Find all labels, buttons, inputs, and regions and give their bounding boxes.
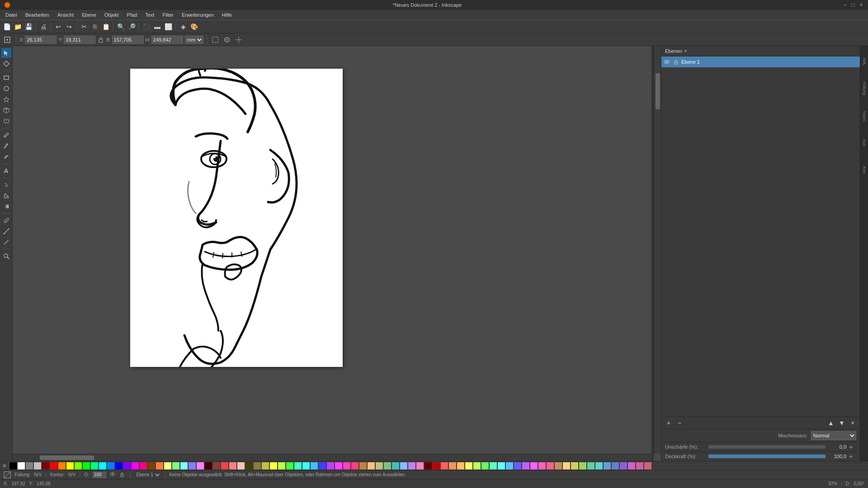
palette-color-71[interactable]	[587, 462, 594, 469]
align-center-button[interactable]: ▬	[152, 22, 162, 32]
palette-color-39[interactable]	[327, 462, 334, 469]
menu-ansicht[interactable]: Ansicht	[54, 11, 77, 19]
opacity-slider[interactable]	[708, 455, 826, 458]
fill-tool[interactable]	[1, 191, 11, 201]
palette-color-25[interactable]	[213, 462, 220, 469]
palette-color-28[interactable]	[237, 462, 245, 469]
palette-color-16[interactable]	[140, 462, 147, 469]
palette-color-8[interactable]	[75, 462, 82, 469]
open-button[interactable]: 📁	[13, 22, 23, 32]
palette-color-22[interactable]	[189, 462, 196, 469]
palette-color-46[interactable]	[384, 462, 391, 469]
palette-color-47[interactable]	[392, 462, 399, 469]
palette-color-76[interactable]	[628, 462, 635, 469]
palette-color-63[interactable]	[522, 462, 529, 469]
palette-color-41[interactable]	[343, 462, 350, 469]
palette-color-14[interactable]	[123, 462, 131, 469]
align-right-button[interactable]: ⬜	[163, 22, 173, 32]
palette-color-35[interactable]	[294, 462, 302, 469]
minimize-button[interactable]: −	[842, 2, 848, 8]
palette-color-55[interactable]	[457, 462, 464, 469]
palette-color-0[interactable]	[9, 462, 17, 469]
vertical-scroll-thumb[interactable]	[656, 73, 660, 109]
palette-color-18[interactable]	[156, 462, 163, 469]
add-layer-button[interactable]: +	[664, 418, 673, 427]
zoom-in-button[interactable]: 🔍	[116, 22, 126, 32]
measure-tool[interactable]	[1, 237, 11, 247]
zoom-out-button[interactable]: 🔎	[127, 22, 137, 32]
palette-color-31[interactable]	[262, 462, 269, 469]
vtab-fill[interactable]: Füllung	[861, 75, 868, 102]
palette-color-20[interactable]	[172, 462, 179, 469]
palette-color-56[interactable]	[465, 462, 472, 469]
palette-color-29[interactable]	[245, 462, 253, 469]
opacity-status-input[interactable]	[93, 472, 106, 478]
text-tool[interactable]: A	[1, 166, 11, 176]
palette-color-21[interactable]	[180, 462, 188, 469]
palette-color-54[interactable]	[449, 462, 456, 469]
palette-color-53[interactable]	[441, 462, 448, 469]
palette-color-5[interactable]	[50, 462, 57, 469]
vtab-align[interactable]: Aus	[861, 129, 868, 156]
palette-color-2[interactable]	[26, 462, 33, 469]
palette-color-67[interactable]	[555, 462, 562, 469]
vertical-scrollbar[interactable]	[654, 46, 661, 454]
3dbox-tool[interactable]	[1, 105, 11, 115]
palette-color-38[interactable]	[319, 462, 326, 469]
redo-button[interactable]: ↪	[64, 22, 74, 32]
palette-color-27[interactable]	[229, 462, 236, 469]
close-button[interactable]: ×	[858, 2, 864, 8]
palette-color-15[interactable]	[132, 462, 139, 469]
palette-color-51[interactable]	[425, 462, 432, 469]
palette-color-40[interactable]	[335, 462, 342, 469]
copy-button[interactable]: ⎘	[90, 22, 100, 32]
palette-color-34[interactable]	[286, 462, 293, 469]
circle-tool[interactable]	[1, 84, 11, 94]
palette-color-3[interactable]	[34, 462, 41, 469]
palette-color-43[interactable]	[359, 462, 367, 469]
node-tool[interactable]	[1, 59, 11, 69]
palette-color-17[interactable]	[148, 462, 155, 469]
restore-button[interactable]: □	[850, 2, 856, 8]
palette-color-11[interactable]	[99, 462, 106, 469]
palette-color-24[interactable]	[205, 462, 212, 469]
palette-color-37[interactable]	[311, 462, 318, 469]
calligraphy-tool[interactable]	[1, 152, 11, 162]
palette-color-77[interactable]	[636, 462, 643, 469]
layer-up-button[interactable]: ▲	[826, 418, 835, 427]
palette-color-32[interactable]	[270, 462, 277, 469]
palette-color-62[interactable]	[514, 462, 521, 469]
fill-stroke-button[interactable]: 🎨	[189, 22, 199, 32]
vtab-transform[interactable]: Trans	[861, 102, 868, 129]
palette-color-36[interactable]	[302, 462, 310, 469]
select-tool[interactable]	[1, 48, 11, 58]
pen-tool[interactable]	[1, 141, 11, 151]
layer-select[interactable]: Ebene 1	[135, 471, 161, 479]
palette-color-61[interactable]	[506, 462, 513, 469]
blend-mode-select[interactable]: Normal Multiplizieren Bildschirm Abdunke…	[811, 431, 856, 440]
layer-visibility-icon[interactable]	[663, 58, 670, 66]
palette-color-60[interactable]	[498, 462, 505, 469]
palette-color-48[interactable]	[400, 462, 407, 469]
palette-color-6[interactable]	[58, 462, 66, 469]
palette-color-75[interactable]	[620, 462, 627, 469]
palette-color-52[interactable]	[433, 462, 440, 469]
palette-color-59[interactable]	[490, 462, 497, 469]
layer-lock-icon[interactable]	[672, 58, 679, 66]
gradient-tool[interactable]	[1, 202, 11, 211]
no-fill-button[interactable]: ✕	[0, 461, 9, 470]
zoom-tool[interactable]	[1, 251, 11, 261]
vtab-xml[interactable]: XML	[861, 48, 868, 75]
menu-datei[interactable]: Datei	[2, 11, 21, 19]
vtab-nodes[interactable]: Kno	[861, 156, 868, 183]
palette-color-7[interactable]	[66, 462, 74, 469]
snap-grids-button[interactable]	[234, 35, 244, 45]
palette-color-49[interactable]	[408, 462, 415, 469]
palette-color-44[interactable]	[368, 462, 375, 469]
horizontal-scrollbar[interactable]	[13, 454, 654, 461]
layer-down-button[interactable]: ▼	[837, 418, 846, 427]
palette-color-33[interactable]	[278, 462, 285, 469]
canvas-area[interactable]	[13, 46, 661, 461]
unit-select[interactable]: mm px cm in pt	[185, 36, 203, 44]
print-button[interactable]: 🖨	[38, 22, 48, 32]
